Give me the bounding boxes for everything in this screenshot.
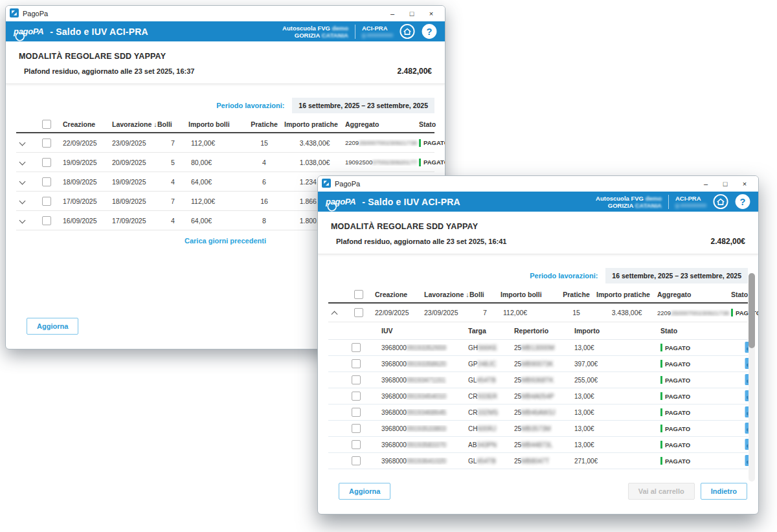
divider bbox=[668, 195, 669, 209]
expanded-table-row: 22/09/2025 23/09/2025 7 112,00€ 15 3.438… bbox=[328, 304, 748, 322]
plafond-subtitle: Plafond residuo, aggiornato alle 23 set … bbox=[331, 238, 506, 245]
row-checkbox[interactable] bbox=[354, 308, 363, 317]
col-importo-pratiche: Importo pratiche bbox=[284, 120, 345, 128]
iuv-checkbox[interactable] bbox=[352, 456, 361, 465]
iuv-checkbox[interactable] bbox=[352, 424, 361, 433]
periodo-range-picker[interactable]: 16 settembre, 2025 – 23 settembre, 2025 bbox=[605, 268, 748, 283]
periodo-label: Periodo lavorazioni: bbox=[530, 272, 598, 280]
redacted-repertorio: MB90073K bbox=[521, 360, 553, 368]
plafond-amount: 2.482,00€ bbox=[398, 67, 432, 76]
col-pratiche: Pratiche bbox=[556, 291, 596, 298]
redacted-aggregato: 25000700230921738 bbox=[359, 139, 417, 146]
row-checkbox[interactable] bbox=[42, 139, 51, 148]
row-checkbox[interactable] bbox=[42, 216, 51, 225]
status-badge: PAGATO bbox=[660, 457, 745, 465]
select-all-checkbox[interactable] bbox=[354, 290, 363, 299]
expand-chevron-icon[interactable] bbox=[19, 217, 26, 224]
close-button[interactable]: × bbox=[735, 177, 754, 191]
iuv-checkbox[interactable] bbox=[352, 359, 361, 368]
select-all-checkbox[interactable] bbox=[42, 120, 51, 129]
maximize-button[interactable]: □ bbox=[402, 6, 422, 21]
pagopa-logo: pagoPA bbox=[14, 27, 43, 36]
iuv-checkbox[interactable] bbox=[352, 343, 361, 352]
app-header: pagoPA - Saldo e IUV ACI-PRA Autoscuola … bbox=[6, 21, 445, 41]
redacted-repertorio: MB4A054P bbox=[521, 393, 554, 400]
iuv-row: 396800009193352659 GH566KE 25MB13000M 13… bbox=[328, 340, 748, 356]
redacted-targa: 454TB bbox=[477, 458, 495, 465]
minimize-button[interactable]: – bbox=[696, 177, 715, 191]
iuv-row: 396800009193454010 CR933ER 25MB4A054P 13… bbox=[328, 388, 748, 405]
expand-chevron-icon[interactable] bbox=[19, 159, 26, 166]
home-icon[interactable] bbox=[713, 194, 728, 210]
redacted-iuv: 09193533803 bbox=[407, 425, 446, 432]
redacted-iuv: 09193358620 bbox=[407, 360, 446, 368]
collapse-chevron-icon[interactable] bbox=[332, 311, 338, 317]
indietro-button[interactable]: Indietro bbox=[701, 483, 747, 500]
col-stato: Stato bbox=[419, 120, 436, 128]
status-badge: PAGATO bbox=[660, 408, 745, 416]
col-iuv: IUV bbox=[381, 327, 468, 335]
status-badge: PAGATO bbox=[660, 392, 745, 400]
col-lavorazione[interactable]: Lavorazione ↓ bbox=[424, 291, 469, 298]
plafond-card: MODALITÀ REGOLARE SDD YAPPAY Plafond res… bbox=[6, 41, 445, 84]
redacted-text: CATANIA bbox=[320, 32, 348, 39]
redacted-targa: 600RJ bbox=[477, 425, 496, 432]
iuv-row: 396800009193468645 CR332MS 25MB46AW3J 13… bbox=[328, 405, 748, 421]
row-checkbox[interactable] bbox=[42, 158, 51, 167]
row-checkbox[interactable] bbox=[42, 197, 51, 206]
periodo-label: Periodo lavorazioni: bbox=[216, 102, 284, 109]
plafond-title: MODALITÀ REGOLARE SDD YAPPAY bbox=[331, 222, 745, 231]
help-icon[interactable]: ? bbox=[735, 194, 750, 210]
iuv-row: 396800009193471151 GL454TB 25MB9368TK 25… bbox=[328, 372, 748, 388]
expand-chevron-icon[interactable] bbox=[19, 179, 26, 185]
col-stato: Stato bbox=[660, 327, 745, 335]
redacted-text: CATANIA bbox=[633, 202, 662, 209]
status-badge: PAGATO bbox=[660, 441, 745, 449]
periodo-range-picker[interactable]: 16 settembre, 2025 – 23 settembre, 2025 bbox=[292, 98, 434, 113]
scrollbar-thumb[interactable] bbox=[749, 273, 755, 348]
page-title: - Saldo e IUV ACI-PRA bbox=[50, 27, 148, 37]
redacted-text: demo bbox=[644, 195, 662, 202]
redacted-targa: 933ER bbox=[477, 393, 497, 400]
titlebar[interactable]: PagoPa – □ × bbox=[318, 176, 758, 192]
home-icon[interactable] bbox=[400, 24, 415, 39]
col-lavorazione[interactable]: Lavorazione ↓ bbox=[112, 120, 157, 128]
iuv-checkbox[interactable] bbox=[352, 440, 361, 449]
aggiorna-button[interactable]: Aggiorna bbox=[27, 318, 78, 335]
vertical-scrollbar[interactable] bbox=[749, 273, 755, 482]
app-header: pagoPA - Saldo e IUV ACI-PRA Autoscuola … bbox=[318, 192, 758, 212]
expand-chevron-icon[interactable] bbox=[19, 198, 26, 205]
close-button[interactable]: × bbox=[422, 6, 441, 21]
maximize-button[interactable]: □ bbox=[715, 177, 735, 191]
redacted-targa: 454TB bbox=[477, 377, 495, 384]
col-repertorio: Repertorio bbox=[514, 327, 574, 335]
organization-label: Autoscuola FVG demo GORIZIA CATANIA bbox=[596, 195, 662, 209]
table-header: Creazione Lavorazione ↓ Bolli Importo bo… bbox=[328, 287, 748, 304]
plafond-amount: 2.482,00€ bbox=[711, 237, 745, 246]
redacted-iuv: 09193641020 bbox=[407, 458, 446, 465]
vai-al-carrello-button[interactable]: Vai al carrello bbox=[628, 483, 695, 500]
minimize-button[interactable]: – bbox=[383, 6, 402, 21]
organization-label: Autoscuola FVG demo GORIZIA CATANIA bbox=[282, 25, 348, 39]
service-label: ACI-PRA g.xxxxxxxxx bbox=[362, 25, 393, 39]
iuv-checkbox[interactable] bbox=[352, 375, 361, 384]
status-badge: PAGATO bbox=[660, 425, 745, 432]
svg-text:?: ? bbox=[427, 27, 433, 37]
iuv-checkbox[interactable] bbox=[352, 392, 361, 401]
divider bbox=[355, 25, 355, 39]
col-importo-bolli: Importo bolli bbox=[501, 291, 556, 298]
titlebar[interactable]: PagoPa – □ × bbox=[6, 6, 445, 21]
window-title: PagoPa bbox=[23, 10, 48, 17]
table-header: Creazione Lavorazione ↓ Bolli Importo bo… bbox=[16, 116, 434, 133]
row-checkbox[interactable] bbox=[42, 177, 51, 186]
status-badge: PAGATO bbox=[419, 139, 445, 147]
help-icon[interactable]: ? bbox=[422, 24, 437, 39]
expand-chevron-icon[interactable] bbox=[19, 140, 26, 146]
redacted-repertorio: MB46AW3J bbox=[521, 409, 555, 416]
redacted-targa: 332MS bbox=[477, 409, 498, 416]
table-area: Periodo lavorazioni: 16 settembre, 2025 … bbox=[318, 254, 758, 514]
iuv-checkbox[interactable] bbox=[352, 408, 361, 417]
service-label: ACI-PRA g.xxxxxxxxx bbox=[675, 195, 706, 209]
aggiorna-button[interactable]: Aggiorna bbox=[339, 483, 390, 500]
iuv-row: 396800009193358620 GP248JC 25MB90073K 39… bbox=[328, 356, 748, 372]
